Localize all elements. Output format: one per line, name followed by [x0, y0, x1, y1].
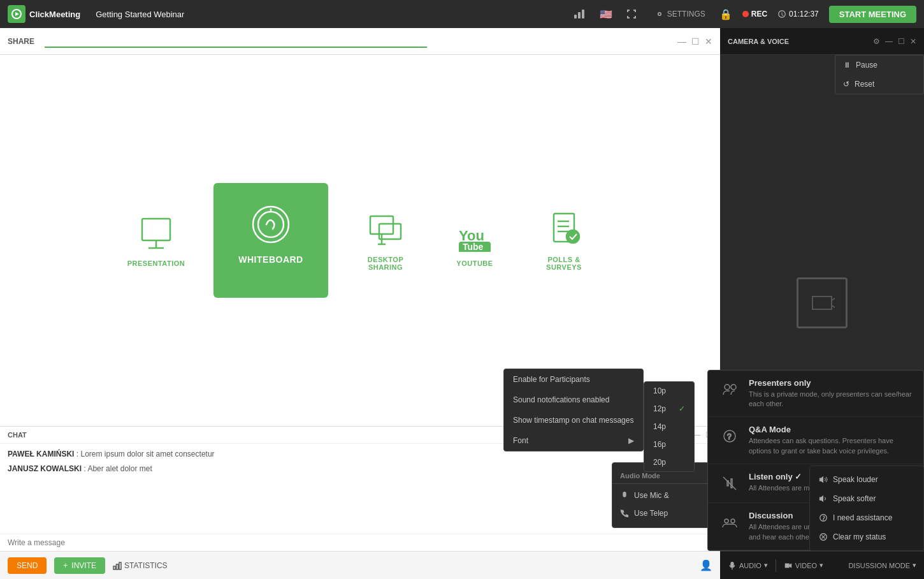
- enable-participants-option[interactable]: Enable for Participants: [504, 369, 643, 390]
- rec-label: REC: [751, 10, 767, 18]
- polls-surveys-label: POLLS & SURVEYS: [532, 256, 596, 271]
- app-polls-surveys[interactable]: POLLS & SURVEYS: [532, 210, 596, 271]
- share-bar: SHARE — ☐ ✕: [0, 28, 720, 55]
- font-14p[interactable]: 14p: [644, 418, 694, 436]
- app-youtube[interactable]: You Tube YOUTUBE: [443, 214, 507, 267]
- reset-button[interactable]: ↺ Reset: [835, 75, 923, 94]
- audio-button[interactable]: AUDIO ▾: [728, 561, 768, 570]
- svg-line-32: [723, 477, 736, 490]
- start-meeting-button[interactable]: START MEETING: [829, 6, 916, 23]
- fullscreen-button[interactable]: [623, 6, 640, 22]
- speak-softer-button[interactable]: Speak softer: [810, 489, 923, 508]
- invite-button[interactable]: + INVITE: [54, 557, 105, 574]
- invite-plus-icon: +: [63, 561, 68, 570]
- reset-icon: ↺: [843, 80, 849, 89]
- svg-text:?: ?: [727, 432, 732, 441]
- svg-rect-9: [370, 216, 393, 234]
- video-button[interactable]: VIDEO ▾: [784, 561, 823, 570]
- font-16p[interactable]: 16p: [644, 436, 694, 453]
- listen-only-icon: [718, 472, 741, 495]
- svg-point-28: [725, 385, 730, 390]
- maximize-icon[interactable]: ☐: [691, 36, 700, 47]
- minimize-icon[interactable]: —: [677, 36, 686, 47]
- desktop-sharing-label: DESKTOP SHARING: [354, 256, 417, 271]
- discussion-mode-button[interactable]: DISUSSION MODE ▾: [848, 561, 916, 569]
- app-presentation[interactable]: PRESENTATION: [124, 214, 188, 267]
- svg-point-7: [258, 212, 284, 237]
- presenters-only-icon: [718, 378, 741, 401]
- youtube-icon: You Tube: [456, 214, 494, 252]
- font-10p[interactable]: 10p: [644, 382, 694, 400]
- font-submenu: 10p 12p ✓ 14p 16p 20p: [644, 381, 695, 472]
- panel-minimize-icon[interactable]: —: [885, 37, 893, 46]
- font-12p-checkmark: ✓: [679, 404, 685, 413]
- chat-input-field[interactable]: [8, 538, 712, 547]
- logo-text: ClickMeeting: [29, 10, 80, 19]
- clear-my-status-button[interactable]: Clear my status: [810, 527, 923, 546]
- svg-marker-27: [790, 563, 792, 568]
- polls-surveys-icon: [545, 210, 583, 248]
- av-controls: AUDIO ▾ VIDEO ▾ DISUSSION MODE ▾: [720, 551, 924, 579]
- app-grid: PRESENTATION WHITEBOARD: [124, 183, 596, 298]
- svg-marker-24: [812, 297, 832, 309]
- font-12p[interactable]: 12p ✓: [644, 400, 694, 418]
- settings-label: SETTINGS: [667, 10, 705, 18]
- meeting-timer: 01:12:37: [777, 10, 819, 18]
- font-20p[interactable]: 20p: [644, 453, 694, 471]
- font-arrow-icon: ▶: [628, 436, 634, 445]
- lock-icon: 🔒: [719, 8, 732, 20]
- svg-rect-22: [117, 564, 119, 569]
- qa-mode-icon: ?: [718, 425, 741, 448]
- panel-close-icon[interactable]: ✕: [910, 37, 916, 46]
- svg-marker-1: [15, 12, 19, 16]
- meeting-title: Getting Started Webinar: [96, 10, 184, 19]
- logo: ClickMeeting: [8, 5, 80, 23]
- speak-louder-button[interactable]: Speak louder: [810, 470, 923, 489]
- svg-point-20: [567, 230, 579, 243]
- rec-badge: REC: [742, 10, 767, 18]
- pause-reset-dropdown: ⏸ Pause ↺ Reset: [835, 55, 924, 94]
- send-button[interactable]: SEND: [8, 557, 47, 574]
- presentation-label: PRESENTATION: [127, 260, 185, 267]
- chat-input-area: [0, 534, 720, 551]
- panel-maximize-icon[interactable]: ☐: [898, 37, 905, 46]
- svg-rect-3: [142, 219, 170, 240]
- sound-notifications-option[interactable]: Sound notofications enabled: [504, 390, 643, 410]
- country-flag: 🇺🇸: [600, 8, 612, 20]
- discussion-presenters-only[interactable]: Presenters only This is a private mode, …: [708, 370, 923, 418]
- rec-indicator: [742, 11, 749, 17]
- svg-text:Tube: Tube: [463, 242, 484, 252]
- panel-settings-icon[interactable]: ⚙: [873, 37, 880, 46]
- i-need-assistance-button[interactable]: I need assistance: [810, 508, 923, 527]
- svg-point-33: [725, 519, 728, 523]
- desktop-sharing-icon: [366, 210, 405, 248]
- camera-voice-header: CAMERA & VOICE ⚙ — ☐ ✕: [720, 28, 924, 55]
- share-label: SHARE: [8, 37, 34, 46]
- show-timestamp-option[interactable]: Show timestamp on chat messages: [504, 410, 643, 430]
- statistics-button[interactable]: STATISTICS: [113, 561, 168, 570]
- whiteboard-label: WHITEBOARD: [238, 254, 303, 265]
- logo-icon: [8, 5, 25, 23]
- svg-point-34: [731, 519, 735, 523]
- youtube-label: YOUTUBE: [456, 260, 493, 267]
- svg-rect-21: [113, 566, 115, 569]
- pause-icon: ⏸: [843, 61, 851, 70]
- font-option[interactable]: Font ▶: [504, 430, 643, 451]
- chat-options-icon[interactable]: 👤: [700, 559, 712, 571]
- pause-button[interactable]: ⏸ Pause: [835, 55, 923, 75]
- svg-rect-23: [119, 562, 121, 569]
- chat-context-menu: Enable for Participants Sound notoficati…: [503, 369, 644, 451]
- chat-message-2: JANUSZ KOWALSKI : Aber alet dolor met: [8, 464, 712, 474]
- settings-button[interactable]: SETTINGS: [651, 6, 709, 22]
- top-navigation: ClickMeeting Getting Started Webinar 🇺🇸 …: [0, 0, 924, 28]
- discussion-icon: [718, 511, 741, 534]
- app-desktop-sharing[interactable]: DESKTOP SHARING: [354, 210, 417, 271]
- camera-placeholder: [797, 277, 848, 328]
- svg-point-29: [731, 385, 736, 390]
- chat-label: CHAT: [8, 431, 27, 439]
- camera-voice-title: CAMERA & VOICE: [728, 38, 873, 45]
- timer-display: 01:12:37: [789, 10, 819, 18]
- close-share-icon[interactable]: ✕: [705, 36, 712, 47]
- discussion-qa-mode[interactable]: ? Q&A Mode Attendees can ask questions. …: [708, 417, 923, 464]
- app-whiteboard[interactable]: WHITEBOARD: [213, 183, 328, 298]
